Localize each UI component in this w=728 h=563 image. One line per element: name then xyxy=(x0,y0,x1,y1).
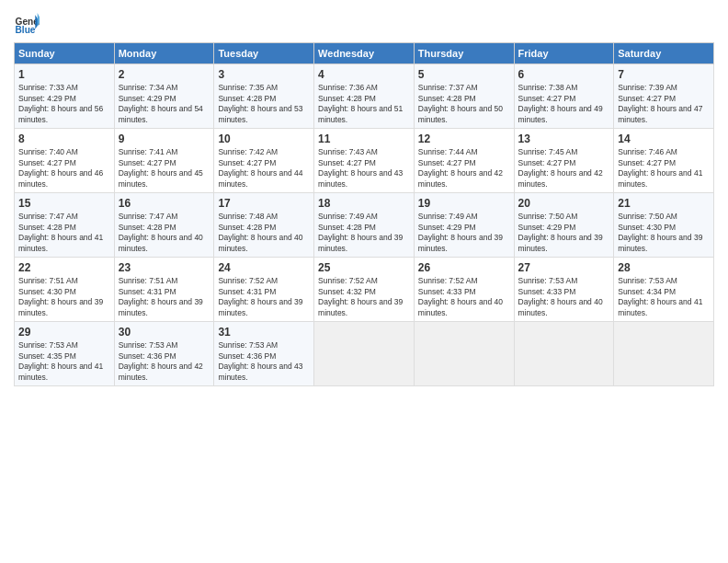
day-cell: 29Sunrise: 7:53 AMSunset: 4:35 PMDayligh… xyxy=(15,322,115,386)
day-number: 29 xyxy=(18,325,110,339)
sunset: Sunset: 4:31 PM xyxy=(218,287,276,296)
daylight: Daylight: 8 hours and 39 minutes. xyxy=(618,233,702,252)
sunset: Sunset: 4:28 PM xyxy=(318,223,376,232)
day-number: 2 xyxy=(119,67,210,82)
daylight: Daylight: 8 hours and 43 minutes. xyxy=(218,362,302,381)
daylight: Daylight: 8 hours and 42 minutes. xyxy=(518,168,603,188)
sunset: Sunset: 4:29 PM xyxy=(518,223,576,232)
daylight: Daylight: 8 hours and 39 minutes. xyxy=(18,297,103,316)
day-number: 6 xyxy=(518,67,610,82)
daylight: Daylight: 8 hours and 44 minutes. xyxy=(218,168,302,188)
day-number: 8 xyxy=(18,132,110,146)
sunrise: Sunrise: 7:50 AM xyxy=(618,212,677,221)
sunset: Sunset: 4:29 PM xyxy=(18,94,76,103)
daylight: Daylight: 8 hours and 56 minutes. xyxy=(18,104,103,123)
sunset: Sunset: 4:27 PM xyxy=(518,94,576,103)
sunset: Sunset: 4:28 PM xyxy=(119,223,176,232)
sunrise: Sunrise: 7:53 AM xyxy=(18,340,78,350)
day-number: 16 xyxy=(119,196,210,211)
day-number: 7 xyxy=(618,67,710,82)
day-cell: 17Sunrise: 7:48 AMSunset: 4:28 PMDayligh… xyxy=(214,193,314,258)
day-cell: 27Sunrise: 7:53 AMSunset: 4:33 PMDayligh… xyxy=(514,258,614,322)
day-cell: 28Sunrise: 7:53 AMSunset: 4:34 PMDayligh… xyxy=(614,258,714,322)
day-number: 17 xyxy=(218,196,310,211)
day-cell: 24Sunrise: 7:52 AMSunset: 4:31 PMDayligh… xyxy=(214,258,314,322)
sunrise: Sunrise: 7:48 AM xyxy=(218,212,278,221)
daylight: Daylight: 8 hours and 53 minutes. xyxy=(218,104,302,123)
week-row-3: 15Sunrise: 7:47 AMSunset: 4:28 PMDayligh… xyxy=(15,193,714,258)
sunset: Sunset: 4:36 PM xyxy=(119,351,176,361)
day-cell: 31Sunrise: 7:53 AMSunset: 4:36 PMDayligh… xyxy=(214,322,314,386)
week-row-2: 8Sunrise: 7:40 AMSunset: 4:27 PMDaylight… xyxy=(15,129,714,193)
sunrise: Sunrise: 7:40 AM xyxy=(18,147,78,156)
sunrise: Sunrise: 7:53 AM xyxy=(618,276,677,285)
day-cell: 21Sunrise: 7:50 AMSunset: 4:30 PMDayligh… xyxy=(614,193,714,258)
day-number: 18 xyxy=(318,196,410,211)
sunset: Sunset: 4:27 PM xyxy=(618,158,676,167)
day-number: 12 xyxy=(418,132,510,146)
day-number: 11 xyxy=(318,132,410,146)
daylight: Daylight: 8 hours and 39 minutes. xyxy=(318,297,403,316)
sunrise: Sunrise: 7:47 AM xyxy=(18,212,78,221)
day-number: 31 xyxy=(218,325,310,339)
day-cell: 15Sunrise: 7:47 AMSunset: 4:28 PMDayligh… xyxy=(15,193,115,258)
sunset: Sunset: 4:31 PM xyxy=(119,287,176,296)
day-number: 27 xyxy=(518,260,610,275)
sunset: Sunset: 4:27 PM xyxy=(18,158,76,167)
header: General Blue xyxy=(14,9,714,35)
sunrise: Sunrise: 7:50 AM xyxy=(518,212,578,221)
sunrise: Sunrise: 7:36 AM xyxy=(318,83,378,92)
day-number: 26 xyxy=(418,260,510,275)
sunrise: Sunrise: 7:53 AM xyxy=(119,340,178,350)
sunrise: Sunrise: 7:39 AM xyxy=(618,83,677,92)
sunset: Sunset: 4:33 PM xyxy=(518,287,576,296)
sunset: Sunset: 4:29 PM xyxy=(418,223,476,232)
daylight: Daylight: 8 hours and 39 minutes. xyxy=(518,233,603,252)
day-cell: 13Sunrise: 7:45 AMSunset: 4:27 PMDayligh… xyxy=(514,129,614,193)
day-number: 23 xyxy=(119,260,210,275)
sunrise: Sunrise: 7:51 AM xyxy=(119,276,178,285)
day-cell: 9Sunrise: 7:41 AMSunset: 4:27 PMDaylight… xyxy=(114,129,214,193)
col-header-saturday: Saturday xyxy=(614,43,714,64)
daylight: Daylight: 8 hours and 39 minutes. xyxy=(218,297,302,316)
daylight: Daylight: 8 hours and 45 minutes. xyxy=(119,168,203,188)
sunset: Sunset: 4:36 PM xyxy=(218,351,276,361)
sunrise: Sunrise: 7:34 AM xyxy=(119,83,178,92)
sunset: Sunset: 4:27 PM xyxy=(418,158,476,167)
sunset: Sunset: 4:35 PM xyxy=(18,351,76,361)
day-number: 4 xyxy=(318,67,410,82)
sunset: Sunset: 4:27 PM xyxy=(618,94,676,103)
sunrise: Sunrise: 7:53 AM xyxy=(218,340,278,350)
header-row: SundayMondayTuesdayWednesdayThursdayFrid… xyxy=(15,43,714,64)
sunrise: Sunrise: 7:52 AM xyxy=(218,276,278,285)
day-number: 25 xyxy=(318,260,410,275)
sunrise: Sunrise: 7:38 AM xyxy=(518,83,578,92)
day-cell: 26Sunrise: 7:52 AMSunset: 4:33 PMDayligh… xyxy=(414,258,514,322)
day-cell: 8Sunrise: 7:40 AMSunset: 4:27 PMDaylight… xyxy=(15,129,115,193)
day-cell: 14Sunrise: 7:46 AMSunset: 4:27 PMDayligh… xyxy=(614,129,714,193)
week-row-4: 22Sunrise: 7:51 AMSunset: 4:30 PMDayligh… xyxy=(15,258,714,322)
sunrise: Sunrise: 7:44 AM xyxy=(418,147,478,156)
day-cell: 18Sunrise: 7:49 AMSunset: 4:28 PMDayligh… xyxy=(314,193,415,258)
day-cell xyxy=(514,322,614,386)
col-header-sunday: Sunday xyxy=(15,43,115,64)
day-cell: 22Sunrise: 7:51 AMSunset: 4:30 PMDayligh… xyxy=(15,258,115,322)
day-cell: 12Sunrise: 7:44 AMSunset: 4:27 PMDayligh… xyxy=(414,129,514,193)
sunset: Sunset: 4:27 PM xyxy=(318,158,376,167)
sunset: Sunset: 4:28 PM xyxy=(318,94,376,103)
sunrise: Sunrise: 7:52 AM xyxy=(318,276,378,285)
day-cell: 16Sunrise: 7:47 AMSunset: 4:28 PMDayligh… xyxy=(114,193,214,258)
sunset: Sunset: 4:30 PM xyxy=(618,223,676,232)
sunrise: Sunrise: 7:35 AM xyxy=(218,83,278,92)
sunrise: Sunrise: 7:52 AM xyxy=(418,276,478,285)
sunset: Sunset: 4:28 PM xyxy=(218,223,276,232)
day-cell xyxy=(614,322,714,386)
sunset: Sunset: 4:27 PM xyxy=(218,158,276,167)
week-row-1: 1Sunrise: 7:33 AMSunset: 4:29 PMDaylight… xyxy=(15,64,714,129)
day-cell: 19Sunrise: 7:49 AMSunset: 4:29 PMDayligh… xyxy=(414,193,514,258)
sunrise: Sunrise: 7:37 AM xyxy=(418,83,478,92)
sunset: Sunset: 4:27 PM xyxy=(119,158,176,167)
sunrise: Sunrise: 7:47 AM xyxy=(119,212,178,221)
day-number: 9 xyxy=(119,132,210,146)
week-row-5: 29Sunrise: 7:53 AMSunset: 4:35 PMDayligh… xyxy=(15,322,714,386)
